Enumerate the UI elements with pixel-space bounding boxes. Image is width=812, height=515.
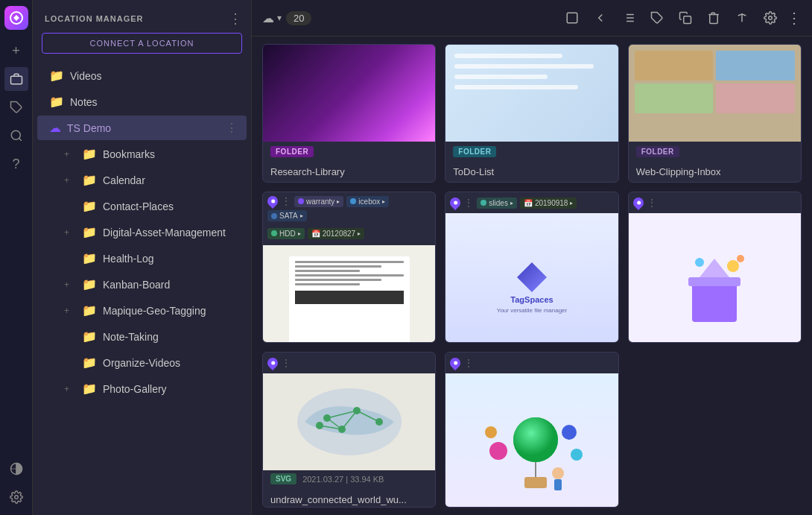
- card-web-clipping[interactable]: FOLDER Web-Clipping-Inbox: [628, 44, 802, 183]
- svg-rect-19: [688, 277, 740, 286]
- cloud-selector[interactable]: ☁ ▾: [262, 11, 282, 25]
- sidebar-item-label: Contact-Places: [103, 200, 238, 212]
- card-options-icon[interactable]: ⋮: [463, 197, 474, 209]
- svg-point-43: [552, 467, 564, 479]
- card-saturn[interactable]: ⋮ warranty ▸ icebox ▸ SATA ▸: [262, 192, 436, 343]
- svg-point-39: [489, 442, 507, 460]
- tag-warranty[interactable]: warranty ▸: [294, 196, 343, 207]
- sidebar-item-notes[interactable]: 📁 Notes ⋮: [37, 89, 247, 114]
- sidebar-item-label: TS Demo: [67, 122, 220, 134]
- tag-filter-button[interactable]: [645, 6, 669, 30]
- tag-row: ⋮ warranty ▸ icebox ▸ SATA ▸: [263, 192, 435, 224]
- sidebar-item-organize-videos[interactable]: + 📁 Organize-Videos: [37, 350, 247, 375]
- tag-date[interactable]: 📅 20120827 ▸: [308, 228, 365, 239]
- tag-dot: [350, 198, 356, 204]
- card-options-icon[interactable]: ⋮: [281, 357, 291, 369]
- location-manager-more-icon[interactable]: ⋮: [229, 10, 242, 27]
- tag-slides[interactable]: slides ▸: [477, 198, 517, 209]
- cloud-icon: ☁: [49, 121, 61, 135]
- sidebar-item-ts-demo[interactable]: ☁ TS Demo ⋮: [37, 116, 247, 140]
- card-undraw-connected-world[interactable]: ⋮ SVG: [262, 352, 436, 508]
- sort-button[interactable]: [730, 6, 754, 30]
- sidebar: LOCATION MANAGER ⋮ CONNECT A LOCATION 📁 …: [33, 0, 252, 515]
- card-options-icon[interactable]: ⋮: [463, 357, 474, 369]
- svg-rect-1: [10, 76, 22, 84]
- contrast-icon[interactable]: [4, 457, 28, 481]
- calendar-folder-icon: 📁: [82, 173, 97, 187]
- toolbar-more-icon[interactable]: ⋮: [787, 9, 802, 27]
- delete-button[interactable]: [702, 6, 726, 30]
- sidebar-item-note-taking[interactable]: + 📁 Note-Taking: [37, 324, 247, 349]
- tag-arrow: ▸: [358, 230, 361, 237]
- expand-icon[interactable]: +: [64, 175, 76, 186]
- add-icon[interactable]: +: [4, 39, 28, 63]
- sidebar-item-photo-gallery[interactable]: + 📁 Photo-Gallery: [37, 376, 247, 401]
- help-icon[interactable]: ?: [4, 152, 28, 176]
- sidebar-item-label: Digital-Asset-Management: [103, 227, 238, 238]
- sidebar-item-health-log[interactable]: + 📁 Health-Log: [37, 246, 247, 271]
- sidebar-item-videos[interactable]: 📁 Videos ⋮: [37, 63, 247, 88]
- back-button[interactable]: [589, 6, 612, 30]
- sidebar-item-bookmarks[interactable]: + 📁 Bookmarks: [37, 142, 247, 166]
- card-name-row: undraw_connected_world_wu...: [263, 490, 435, 508]
- tags-icon[interactable]: [4, 95, 28, 119]
- expand-icon[interactable]: +: [64, 227, 76, 238]
- app-logo: [4, 6, 28, 30]
- tag-date[interactable]: 📅 20190918 ▸: [520, 198, 577, 209]
- expand-icon[interactable]: +: [64, 279, 76, 290]
- expand-icon[interactable]: +: [64, 306, 76, 316]
- card-name: ToDo-List: [453, 166, 610, 177]
- sidebar-item-kanban[interactable]: + 📁 Kanban-Board: [37, 272, 247, 297]
- tag-icebox[interactable]: icebox ▸: [346, 196, 389, 207]
- svg-marker-20: [700, 259, 729, 277]
- svg-line-4: [19, 138, 21, 140]
- svg-point-23: [695, 258, 704, 267]
- card-undraw-collecting[interactable]: ⋮ SVG 2021.03.27 | 31.52 KB: [628, 192, 802, 343]
- tag-label: SATA: [279, 212, 298, 220]
- connect-location-button[interactable]: CONNECT A LOCATION: [42, 33, 242, 54]
- sidebar-item-label: Note-Taking: [103, 331, 238, 343]
- settings-icon[interactable]: [4, 485, 28, 509]
- tag-hdd[interactable]: HDD ▸: [267, 228, 305, 239]
- tag-dot: [271, 213, 277, 219]
- ts-demo-more-icon[interactable]: ⋮: [226, 121, 238, 135]
- card-options-icon[interactable]: ⋮: [647, 197, 657, 209]
- tag-arrow: ▸: [510, 200, 513, 206]
- sidebar-item-calendar[interactable]: + 📁 Calendar: [37, 168, 247, 192]
- card-thumbnail: TagSpaces Your versatile file manager: [445, 213, 618, 343]
- tag-dot: [480, 200, 486, 206]
- card-tagspaces-overview[interactable]: ⋮ slides ▸ 📅 20190918 ▸ TagSpaces Your v…: [445, 192, 618, 343]
- sidebar-item-label: Photo-Gallery: [103, 383, 238, 395]
- select-tool-button[interactable]: [560, 6, 584, 30]
- location-manager-title: LOCATION MANAGER: [45, 14, 144, 23]
- briefcase-icon[interactable]: [4, 67, 28, 91]
- card-thumbnail: [263, 373, 435, 470]
- sidebar-item-digital-asset[interactable]: + 📁 Digital-Asset-Management: [37, 220, 247, 244]
- sidebar-item-label: Bookmarks: [103, 148, 238, 160]
- card-undraw-floating[interactable]: ⋮: [445, 352, 618, 508]
- tag-label: 20190918: [535, 199, 568, 207]
- card-options-icon[interactable]: ⋮: [281, 195, 291, 207]
- card-thumbnail: [629, 213, 801, 343]
- svg-rect-18: [692, 281, 737, 322]
- photo-folder-icon: 📁: [82, 382, 97, 396]
- card-name-row: ToDo-List: [445, 162, 618, 182]
- tag-sata[interactable]: SATA ▸: [267, 210, 307, 221]
- sidebar-item-contact-places[interactable]: + 📁 Contact-Places: [37, 194, 247, 218]
- list-view-button[interactable]: [617, 6, 641, 30]
- videos-folder-icon: 📁: [49, 69, 64, 83]
- card-research-library[interactable]: FOLDER Research-Library: [262, 44, 436, 183]
- search-icon[interactable]: [4, 124, 28, 148]
- settings-button[interactable]: [758, 6, 782, 30]
- mapique-folder-icon: 📁: [82, 303, 97, 317]
- location-icon: [448, 356, 463, 370]
- location-icon: [265, 194, 280, 209]
- copy-button[interactable]: [673, 6, 697, 30]
- cloud-dropdown-icon[interactable]: ▾: [277, 13, 282, 23]
- card-todo-list[interactable]: FOLDER ToDo-List: [445, 44, 618, 183]
- file-count-badge: 20: [286, 11, 311, 25]
- sidebar-item-mapique[interactable]: + 📁 Mapique-Geo-Tagging: [37, 298, 247, 323]
- expand-icon[interactable]: +: [64, 149, 76, 159]
- tag-arrow: ▸: [337, 198, 340, 205]
- expand-icon[interactable]: +: [64, 384, 76, 394]
